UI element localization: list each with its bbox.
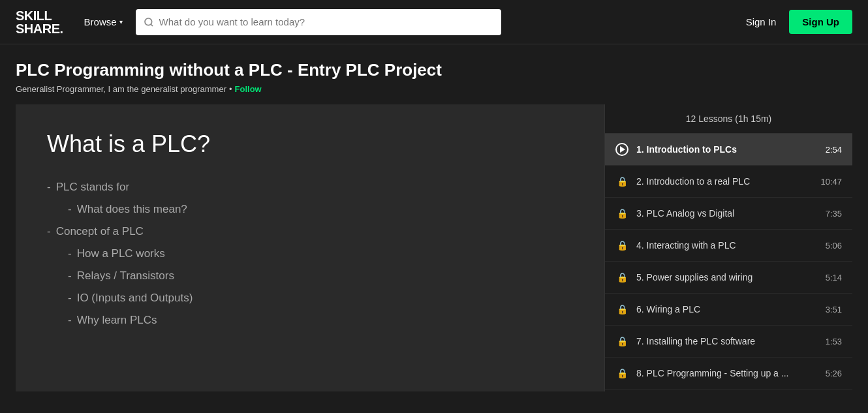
page-content: PLC Programming without a PLC - Entry PL… xyxy=(0,44,868,391)
lesson-duration: 5:14 xyxy=(826,273,842,283)
bullet-dash: - xyxy=(68,287,72,309)
bullet-dash: - xyxy=(68,198,72,221)
course-title: PLC Programming without a PLC - Entry PL… xyxy=(16,60,852,80)
lesson-item[interactable]: 🔒 2. Introduction to a real PLC 10:47 xyxy=(605,166,852,198)
lesson-duration: 5:26 xyxy=(826,369,842,378)
lock-icon: 🔒 xyxy=(615,335,628,348)
main-area: What is a PLC? -PLC stands for-What does… xyxy=(16,104,852,391)
lesson-item[interactable]: 🔒 5. Power supplies and wiring 5:14 xyxy=(605,262,852,294)
bullet-list: -PLC stands for-What does this mean?-Con… xyxy=(47,176,573,331)
lesson-item[interactable]: 🔒 6. Wiring a PLC 3:51 xyxy=(605,294,852,326)
lesson-item[interactable]: 1. Introduction to PLCs 2:54 xyxy=(605,134,852,166)
lesson-duration: 7:35 xyxy=(826,209,842,219)
bullet-item: -Concept of a PLC xyxy=(47,221,573,243)
lesson-duration: 1:53 xyxy=(826,337,842,346)
lesson-title: 7. Installing the PLC software xyxy=(636,336,818,346)
video-title: What is a PLC? xyxy=(47,130,573,158)
course-author: Generalist Programmer, I am the generali… xyxy=(16,84,852,94)
follow-link[interactable]: Follow xyxy=(235,84,262,94)
bullet-item: -What does this mean? xyxy=(47,198,573,221)
lesson-duration: 10:47 xyxy=(820,177,842,187)
lesson-title: 8. PLC Programming - Setting up a ... xyxy=(636,368,818,378)
lock-icon: 🔒 xyxy=(615,271,628,284)
svg-line-1 xyxy=(151,24,153,26)
bullet-dash: - xyxy=(68,243,72,265)
header-right: Sign In Sign Up xyxy=(746,10,852,34)
lesson-title: 2. Introduction to a real PLC xyxy=(636,176,813,187)
sign-up-button[interactable]: Sign Up xyxy=(789,10,852,34)
lesson-title: 1. Introduction to PLCs xyxy=(636,144,818,155)
lesson-title: 6. Wiring a PLC xyxy=(636,304,818,314)
lesson-item[interactable]: 🔒 4. Interacting with a PLC 5:06 xyxy=(605,230,852,262)
lesson-item[interactable]: 🔒 8. PLC Programming - Setting up a ... … xyxy=(605,358,852,390)
lesson-title: 4. Interacting with a PLC xyxy=(636,240,818,251)
bullet-item: -Why learn PLCs xyxy=(47,309,573,331)
header: SKILL share. Browse ▾ Sign In Sign Up xyxy=(0,0,868,44)
lock-icon: 🔒 xyxy=(615,207,628,220)
logo[interactable]: SKILL share. xyxy=(16,9,63,35)
lesson-panel: 12 Lessons (1h 15m) 1. Introduction to P… xyxy=(604,104,852,391)
lesson-item[interactable]: 🔒 3. PLC Analog vs Digital 7:35 xyxy=(605,198,852,230)
search-icon xyxy=(144,17,154,27)
bullet-item: -Relays / Transistors xyxy=(47,265,573,287)
lesson-header: 12 Lessons (1h 15m) xyxy=(605,104,852,134)
lesson-title: 3. PLC Analog vs Digital xyxy=(636,208,818,219)
lock-icon: 🔒 xyxy=(615,175,628,188)
play-icon xyxy=(615,143,628,156)
video-panel: What is a PLC? -PLC stands for-What does… xyxy=(16,104,604,391)
bullet-dash: - xyxy=(68,309,72,331)
lesson-duration: 3:51 xyxy=(826,305,842,314)
bullet-item: -IO (Inputs and Outputs) xyxy=(47,287,573,309)
lock-icon: 🔒 xyxy=(615,239,628,252)
lock-icon: 🔒 xyxy=(615,367,628,380)
bullet-dash: - xyxy=(47,176,51,198)
svg-point-0 xyxy=(145,18,152,25)
chevron-down-icon: ▾ xyxy=(119,18,123,25)
bullet-dash: - xyxy=(68,265,72,287)
search-input[interactable] xyxy=(159,16,493,27)
search-bar xyxy=(136,9,501,35)
bullet-item: -How a PLC works xyxy=(47,243,573,265)
bullet-item: -PLC stands for xyxy=(47,176,573,198)
lesson-item[interactable]: 🔒 7. Installing the PLC software 1:53 xyxy=(605,326,852,358)
browse-button[interactable]: Browse ▾ xyxy=(84,16,123,27)
lesson-duration: 5:06 xyxy=(826,241,842,251)
lock-icon: 🔒 xyxy=(615,303,628,316)
lesson-list: 1. Introduction to PLCs 2:54 🔒 2. Introd… xyxy=(605,134,852,391)
bullet-dash: - xyxy=(47,221,51,243)
lesson-duration: 2:54 xyxy=(826,145,842,155)
sign-in-button[interactable]: Sign In xyxy=(746,16,777,27)
lesson-title: 5. Power supplies and wiring xyxy=(636,272,818,283)
